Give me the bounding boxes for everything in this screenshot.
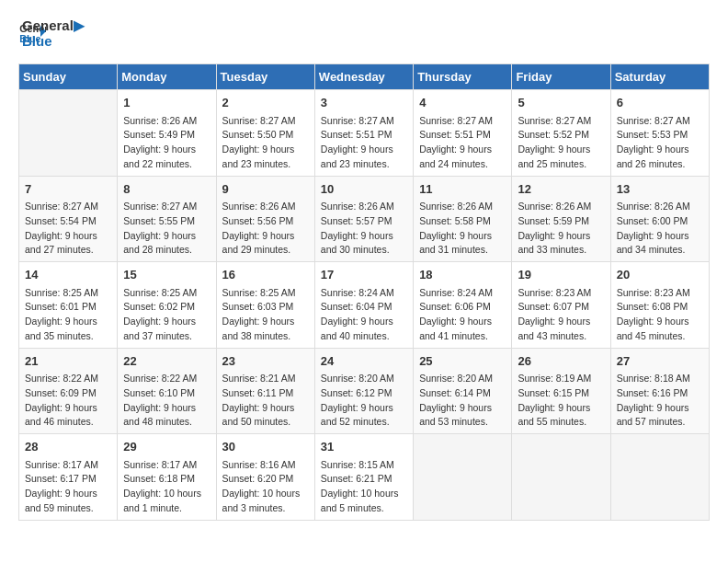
day-info: Sunrise: 8:16 AM Sunset: 6:20 PM Dayligh… xyxy=(222,458,309,516)
day-number: 23 xyxy=(222,352,309,371)
calendar-day-cell: 27Sunrise: 8:18 AM Sunset: 6:16 PM Dayli… xyxy=(610,348,709,434)
day-info: Sunrise: 8:20 AM Sunset: 6:12 PM Dayligh… xyxy=(321,372,407,430)
calendar-body: 1Sunrise: 8:26 AM Sunset: 5:49 PM Daylig… xyxy=(19,90,710,521)
calendar-day-cell: 9Sunrise: 8:26 AM Sunset: 5:56 PM Daylig… xyxy=(216,176,314,262)
calendar-day-cell: 5Sunrise: 8:27 AM Sunset: 5:52 PM Daylig… xyxy=(512,90,610,177)
day-number: 21 xyxy=(25,352,111,371)
day-info: Sunrise: 8:24 AM Sunset: 6:04 PM Dayligh… xyxy=(321,286,407,344)
day-info: Sunrise: 8:25 AM Sunset: 6:01 PM Dayligh… xyxy=(25,286,111,344)
day-info: Sunrise: 8:20 AM Sunset: 6:14 PM Dayligh… xyxy=(419,372,506,430)
day-info: Sunrise: 8:27 AM Sunset: 5:52 PM Dayligh… xyxy=(518,114,604,172)
day-number: 5 xyxy=(518,94,604,112)
logo: General Blue General▶ Blue xyxy=(18,18,85,49)
day-info: Sunrise: 8:27 AM Sunset: 5:50 PM Dayligh… xyxy=(222,114,309,172)
calendar-week-row: 1Sunrise: 8:26 AM Sunset: 5:49 PM Daylig… xyxy=(19,90,710,177)
day-info: Sunrise: 8:25 AM Sunset: 6:02 PM Dayligh… xyxy=(123,286,210,344)
calendar-day-cell: 15Sunrise: 8:25 AM Sunset: 6:02 PM Dayli… xyxy=(118,262,216,349)
weekday-header-cell: Monday xyxy=(118,64,216,90)
day-info: Sunrise: 8:26 AM Sunset: 5:59 PM Dayligh… xyxy=(518,200,604,258)
day-number: 12 xyxy=(518,180,604,199)
calendar-day-cell: 26Sunrise: 8:19 AM Sunset: 6:15 PM Dayli… xyxy=(512,348,610,434)
day-number: 9 xyxy=(222,180,309,199)
calendar-day-cell: 28Sunrise: 8:17 AM Sunset: 6:17 PM Dayli… xyxy=(19,434,118,521)
calendar-day-cell: 17Sunrise: 8:24 AM Sunset: 6:04 PM Dayli… xyxy=(314,262,413,349)
day-info: Sunrise: 8:27 AM Sunset: 5:51 PM Dayligh… xyxy=(419,114,506,172)
day-number: 31 xyxy=(321,438,407,456)
calendar-day-cell: 14Sunrise: 8:25 AM Sunset: 6:01 PM Dayli… xyxy=(19,262,118,349)
calendar-week-row: 21Sunrise: 8:22 AM Sunset: 6:09 PM Dayli… xyxy=(19,348,710,434)
day-info: Sunrise: 8:27 AM Sunset: 5:51 PM Dayligh… xyxy=(321,114,407,172)
calendar-day-cell: 21Sunrise: 8:22 AM Sunset: 6:09 PM Dayli… xyxy=(19,348,118,434)
weekday-header-cell: Sunday xyxy=(19,64,118,90)
day-info: Sunrise: 8:27 AM Sunset: 5:53 PM Dayligh… xyxy=(617,114,703,172)
day-number: 16 xyxy=(222,266,309,284)
weekday-header-cell: Saturday xyxy=(610,64,709,90)
day-number: 11 xyxy=(419,180,506,199)
calendar-day-cell: 4Sunrise: 8:27 AM Sunset: 5:51 PM Daylig… xyxy=(414,90,512,177)
day-info: Sunrise: 8:26 AM Sunset: 5:56 PM Dayligh… xyxy=(222,200,309,258)
calendar-day-cell xyxy=(414,434,512,521)
day-info: Sunrise: 8:26 AM Sunset: 5:58 PM Dayligh… xyxy=(419,200,506,258)
calendar-day-cell: 30Sunrise: 8:16 AM Sunset: 6:20 PM Dayli… xyxy=(216,434,314,521)
calendar-day-cell: 13Sunrise: 8:26 AM Sunset: 6:00 PM Dayli… xyxy=(610,176,709,262)
weekday-header-cell: Friday xyxy=(512,64,610,90)
day-number: 13 xyxy=(617,180,703,199)
calendar-week-row: 7Sunrise: 8:27 AM Sunset: 5:54 PM Daylig… xyxy=(19,176,710,262)
day-info: Sunrise: 8:17 AM Sunset: 6:17 PM Dayligh… xyxy=(25,458,111,516)
day-info: Sunrise: 8:27 AM Sunset: 5:54 PM Dayligh… xyxy=(25,200,111,258)
calendar-day-cell: 18Sunrise: 8:24 AM Sunset: 6:06 PM Dayli… xyxy=(414,262,512,349)
day-number: 29 xyxy=(123,438,210,456)
day-number: 25 xyxy=(419,352,506,371)
day-number: 26 xyxy=(518,352,604,371)
weekday-header-row: SundayMondayTuesdayWednesdayThursdayFrid… xyxy=(19,64,710,90)
day-number: 4 xyxy=(419,94,506,112)
calendar-week-row: 14Sunrise: 8:25 AM Sunset: 6:01 PM Dayli… xyxy=(19,262,710,349)
day-info: Sunrise: 8:24 AM Sunset: 6:06 PM Dayligh… xyxy=(419,286,506,344)
day-number: 14 xyxy=(25,266,111,284)
calendar-day-cell: 25Sunrise: 8:20 AM Sunset: 6:14 PM Dayli… xyxy=(414,348,512,434)
calendar-day-cell: 22Sunrise: 8:22 AM Sunset: 6:10 PM Dayli… xyxy=(118,348,216,434)
day-info: Sunrise: 8:22 AM Sunset: 6:10 PM Dayligh… xyxy=(123,372,210,430)
day-number: 19 xyxy=(518,266,604,284)
day-info: Sunrise: 8:21 AM Sunset: 6:11 PM Dayligh… xyxy=(222,372,309,430)
day-number: 17 xyxy=(321,266,407,284)
day-number: 24 xyxy=(321,352,407,371)
calendar-day-cell: 1Sunrise: 8:26 AM Sunset: 5:49 PM Daylig… xyxy=(118,90,216,177)
calendar-day-cell: 16Sunrise: 8:25 AM Sunset: 6:03 PM Dayli… xyxy=(216,262,314,349)
day-number: 18 xyxy=(419,266,506,284)
day-info: Sunrise: 8:19 AM Sunset: 6:15 PM Dayligh… xyxy=(518,372,604,430)
day-number: 20 xyxy=(617,266,703,284)
day-number: 27 xyxy=(617,352,703,371)
calendar-day-cell: 20Sunrise: 8:23 AM Sunset: 6:08 PM Dayli… xyxy=(610,262,709,349)
day-info: Sunrise: 8:26 AM Sunset: 5:57 PM Dayligh… xyxy=(321,200,407,258)
calendar-day-cell: 10Sunrise: 8:26 AM Sunset: 5:57 PM Dayli… xyxy=(314,176,413,262)
day-number: 1 xyxy=(123,94,210,112)
day-number: 10 xyxy=(321,180,407,199)
day-info: Sunrise: 8:25 AM Sunset: 6:03 PM Dayligh… xyxy=(222,286,309,344)
calendar-day-cell xyxy=(19,90,118,177)
calendar-table: SundayMondayTuesdayWednesdayThursdayFrid… xyxy=(18,63,710,521)
day-number: 28 xyxy=(25,438,111,456)
calendar-day-cell: 12Sunrise: 8:26 AM Sunset: 5:59 PM Dayli… xyxy=(512,176,610,262)
day-info: Sunrise: 8:22 AM Sunset: 6:09 PM Dayligh… xyxy=(25,372,111,430)
day-number: 30 xyxy=(222,438,309,456)
calendar-day-cell xyxy=(512,434,610,521)
day-number: 8 xyxy=(123,180,210,199)
day-info: Sunrise: 8:26 AM Sunset: 6:00 PM Dayligh… xyxy=(617,200,703,258)
day-number: 15 xyxy=(123,266,210,284)
day-info: Sunrise: 8:23 AM Sunset: 6:08 PM Dayligh… xyxy=(617,286,703,344)
day-number: 2 xyxy=(222,94,309,112)
calendar-day-cell: 8Sunrise: 8:27 AM Sunset: 5:55 PM Daylig… xyxy=(118,176,216,262)
weekday-header-cell: Thursday xyxy=(414,64,512,90)
calendar-day-cell: 2Sunrise: 8:27 AM Sunset: 5:50 PM Daylig… xyxy=(216,90,314,177)
calendar-day-cell: 23Sunrise: 8:21 AM Sunset: 6:11 PM Dayli… xyxy=(216,348,314,434)
calendar-day-cell: 6Sunrise: 8:27 AM Sunset: 5:53 PM Daylig… xyxy=(610,90,709,177)
weekday-header-cell: Tuesday xyxy=(216,64,314,90)
weekday-header-cell: Wednesday xyxy=(314,64,413,90)
calendar-week-row: 28Sunrise: 8:17 AM Sunset: 6:17 PM Dayli… xyxy=(19,434,710,521)
calendar-day-cell: 11Sunrise: 8:26 AM Sunset: 5:58 PM Dayli… xyxy=(414,176,512,262)
calendar-day-cell xyxy=(610,434,709,521)
calendar-day-cell: 31Sunrise: 8:15 AM Sunset: 6:21 PM Dayli… xyxy=(314,434,413,521)
calendar-day-cell: 24Sunrise: 8:20 AM Sunset: 6:12 PM Dayli… xyxy=(314,348,413,434)
day-info: Sunrise: 8:15 AM Sunset: 6:21 PM Dayligh… xyxy=(321,458,407,516)
